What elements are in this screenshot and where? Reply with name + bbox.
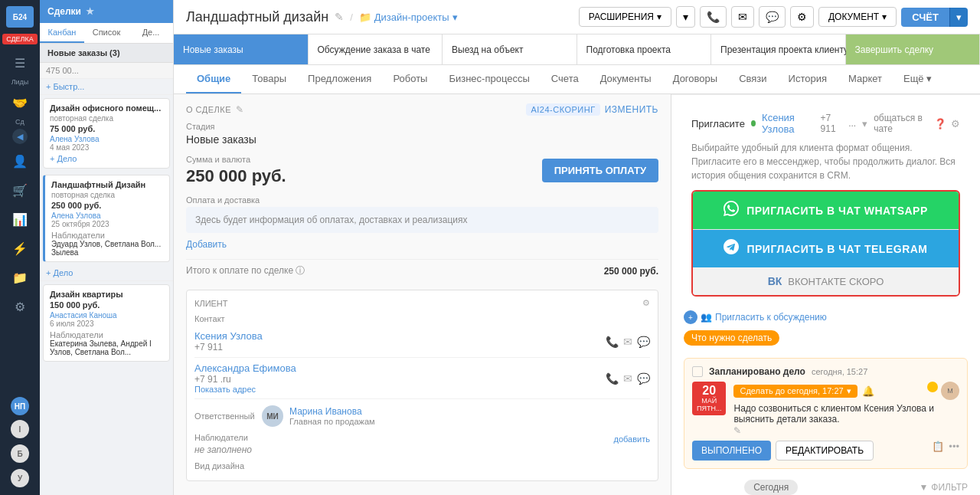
stage-client-presentation[interactable]: Презентация проекта клиенту <box>711 34 846 64</box>
today-section: Сегодня ▼ ФИЛЬТР <box>684 475 968 495</box>
sidebar-icon-deals[interactable]: 🤝 <box>6 89 34 116</box>
tab-business-processes[interactable]: Бизнес-процессы <box>438 65 540 93</box>
app-logo[interactable]: Б24 <box>6 6 34 28</box>
contact1-phone-icon[interactable]: 📞 <box>606 336 619 348</box>
tab-history[interactable]: История <box>778 65 838 93</box>
tab-goods[interactable]: Товары <box>241 65 297 93</box>
secondary-sidebar-header: Сделки ★ <box>40 0 173 23</box>
bell-icon[interactable]: 🔔 <box>862 385 874 397</box>
planned-header: Запланировано дело сегодня, 15:27 <box>692 366 959 377</box>
responsible-row: Ответственный МИ Марина Иванова Главная … <box>194 405 650 427</box>
chevron-down-icon: ▾ <box>657 11 662 22</box>
tab-general[interactable]: Общие <box>186 65 241 93</box>
left-panel: О СДЕЛКЕ ✎ AI24-скоринг изменить Стадия … <box>174 94 671 495</box>
contact2-chat-icon[interactable]: 💬 <box>637 372 650 385</box>
contact-row-2: Александра Ефимова +7 91 .ru Показать ад… <box>194 358 650 399</box>
tab-robots[interactable]: Роботы <box>382 65 438 93</box>
add-deal-link-1[interactable]: + Дело <box>50 154 163 163</box>
change-link[interactable]: изменить <box>605 104 658 115</box>
extensions-button[interactable]: РАСШИРЕНИЯ ▾ <box>579 7 671 27</box>
whatsapp-icon <box>724 201 739 220</box>
tab-more[interactable]: Ещё ▾ <box>893 65 942 93</box>
tab-connections[interactable]: Связи <box>728 65 777 93</box>
activity-checkbox[interactable] <box>692 366 703 377</box>
tab-de[interactable]: Де... <box>129 23 173 43</box>
task-text: Надо созвониться с клиентом Ксения Узлов… <box>733 403 959 425</box>
pipeline-tabs: Канбан Список Де... <box>40 23 173 44</box>
tab-proposals[interactable]: Предложения <box>297 65 382 93</box>
task-edit-icon[interactable]: ✎ <box>733 425 741 436</box>
add-deal-link-2[interactable]: + Дело <box>40 265 173 281</box>
extensions-arrow-button[interactable]: ▾ <box>676 6 695 28</box>
deal-card-1[interactable]: Дизайн офисного помещ... повторная сделк… <box>43 98 170 169</box>
deal-amount-header: 475 00... <box>40 63 173 79</box>
tab-documents[interactable]: Документы <box>590 65 662 93</box>
phone-chevron-icon[interactable]: ▾ <box>862 118 867 129</box>
more-icon[interactable]: ••• <box>949 441 959 461</box>
copy-icon[interactable]: 📋 <box>932 441 944 461</box>
main-content: Ландшафтный дизайн ✎ / 📁 Дизайн-проекты … <box>174 0 980 495</box>
contact2-phone-icon[interactable]: 📞 <box>606 372 619 385</box>
edit-title-icon[interactable]: ✎ <box>335 11 344 23</box>
client-gear-icon[interactable]: ⚙ <box>642 298 650 308</box>
edit-button[interactable]: РЕДАКТИРОВАТЬ <box>776 441 874 461</box>
add-observer-link[interactable]: добавить <box>614 434 650 444</box>
tab-invoices[interactable]: Счета <box>541 65 590 93</box>
sidebar-star-icon[interactable]: ★ <box>86 6 94 17</box>
add-payment-link[interactable]: Добавить <box>186 239 658 250</box>
sidebar-icon-automation[interactable]: ⚡ <box>6 234 34 262</box>
payment-field: Оплата и доставка Здесь будет информация… <box>186 195 658 250</box>
sidebar-icon-files[interactable]: 📁 <box>6 264 34 291</box>
deal-card-2[interactable]: Ландшафтный Дизайн повторная сделка 250 … <box>43 175 170 262</box>
contact1-email-icon[interactable]: ✉ <box>623 336 632 348</box>
sidebar-icon-reports[interactable]: 📊 <box>6 205 34 233</box>
tab-kanban[interactable]: Канбан <box>40 23 84 43</box>
total-row: Итого к оплате по сделке ⓘ 250 000 руб. <box>186 259 658 282</box>
tab-list[interactable]: Список <box>84 23 129 43</box>
sidebar-icon-catalog[interactable]: 🛒 <box>6 176 34 204</box>
stage-new-orders[interactable]: Новые заказы <box>174 34 309 64</box>
count-button[interactable]: СЧЁТ <box>901 8 949 27</box>
stage-close-deal[interactable]: Завершить сделку <box>846 34 981 64</box>
skype-button[interactable]: 💬 <box>759 6 786 28</box>
vk-invite-button[interactable]: ВК ВКОНТАКТЕ СКОРО <box>693 267 959 295</box>
invite-help-icon[interactable]: ❓ <box>934 118 946 129</box>
stage-chat-discussion[interactable]: Обсуждение заказа в чате <box>309 34 443 64</box>
done-button[interactable]: ВЫПОЛНЕНО <box>692 441 771 461</box>
count-arrow-button[interactable]: ▾ <box>949 8 968 27</box>
deal-badge[interactable]: СДЕЛКА <box>2 34 38 44</box>
ai-badge[interactable]: AI24-скоринг <box>526 103 599 116</box>
np-badge: НП <box>11 397 29 415</box>
secondary-sidebar: Сделки ★ Канбан Список Де... Новые заказ… <box>40 0 174 495</box>
document-button[interactable]: ДОКУМЕНТ ▾ <box>818 7 897 27</box>
contact2-email-icon[interactable]: ✉ <box>623 372 632 385</box>
sidebar-icon-settings[interactable]: ⚙ <box>6 293 34 320</box>
deadline-badge[interactable]: Сделать до сегодня, 17:27 ▾ <box>733 385 857 398</box>
activity-actions: ВЫПОЛНЕНО РЕДАКТИРОВАТЬ 📋 ••• <box>692 441 959 461</box>
show-address-link[interactable]: Показать адрес <box>194 385 296 394</box>
whatsapp-invite-button[interactable]: ПРИГЛАСИТЬ В ЧАТ WHATSAPP <box>693 192 959 229</box>
phone-button[interactable]: 📞 <box>700 6 727 28</box>
quick-add[interactable]: + Быстр... <box>40 79 173 95</box>
tab-contracts[interactable]: Договоры <box>662 65 728 93</box>
filter-button[interactable]: ▼ ФИЛЬТР <box>919 482 968 493</box>
breadcrumb[interactable]: 📁 Дизайн-проекты ▾ <box>359 11 458 23</box>
top-bar-right: РАСШИРЕНИЯ ▾ ▾ 📞 ✉ 💬 ⚙ ДОКУМЕНТ ▾ СЧЁТ ▾ <box>579 6 968 28</box>
invite-action-icons: ❓ ⚙ <box>934 118 960 129</box>
deal-card-3[interactable]: Дизайн квартиры 150 000 руб. Анастасия К… <box>43 284 170 362</box>
invite-gear-icon[interactable]: ⚙ <box>951 118 960 129</box>
sidebar-icon-contacts[interactable]: 👤 <box>6 147 34 175</box>
settings-button[interactable]: ⚙ <box>790 6 814 28</box>
stage-site-visit[interactable]: Выезд на объект <box>443 34 577 64</box>
contact1-chat-icon[interactable]: 💬 <box>637 336 650 348</box>
accept-payment-button[interactable]: ПРИНЯТЬ ОПЛАТУ <box>542 159 658 182</box>
email-button[interactable]: ✉ <box>731 6 754 28</box>
stage-project-prep[interactable]: Подготовка проекта <box>577 34 712 64</box>
telegram-invite-button[interactable]: ПРИГЛАСИТЬ В ЧАТ TELEGRAM <box>693 229 959 267</box>
tab-market[interactable]: Маркет <box>838 65 893 93</box>
edit-deal-icon[interactable]: ✎ <box>236 104 244 115</box>
yellow-dot <box>927 382 938 392</box>
discuss-row[interactable]: + 👥 Пригласить к обсуждению <box>684 310 827 324</box>
chat-content: Пригласите Ксения Узлова +7 911 ... ▾ об… <box>671 95 980 495</box>
sidebar-icon-menu[interactable]: ☰ <box>6 49 34 77</box>
